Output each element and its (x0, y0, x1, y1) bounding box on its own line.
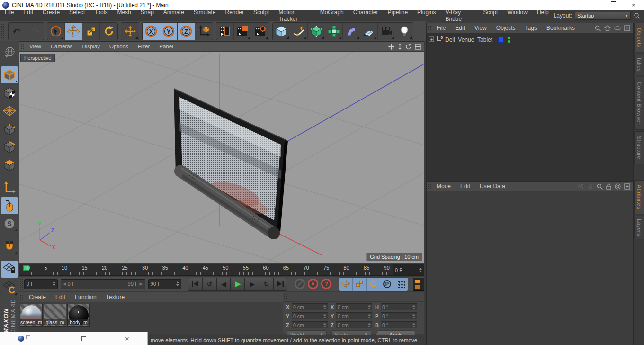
attribute-manager-menu-item[interactable]: User Data (475, 183, 510, 190)
menubar-item[interactable]: Snap (136, 9, 159, 22)
side-tab-takes[interactable]: Takes (634, 54, 644, 75)
next-frame-button[interactable]: ▶ (245, 278, 259, 291)
menubar-item[interactable]: Character (349, 9, 383, 22)
menubar-item[interactable]: Mesh (112, 9, 135, 22)
spinner-arrows-icon[interactable] (323, 305, 326, 309)
rotate-tool-button[interactable] (100, 23, 117, 40)
end-frame-field[interactable]: 90 F (148, 279, 182, 289)
coordinate-grip[interactable] (283, 293, 287, 300)
lock-y-axis-button[interactable]: Y (160, 23, 178, 40)
spinner-arrows-icon[interactable] (368, 305, 371, 309)
key-rotation-button[interactable] (367, 278, 380, 291)
object-name[interactable]: Dell_Venue_Tablet (445, 36, 492, 43)
add-deformer-button[interactable] (343, 23, 360, 40)
spinner-arrows-icon[interactable] (176, 281, 179, 286)
add-environment-button[interactable] (360, 23, 378, 40)
coordinate-field[interactable]: 0 cm (292, 312, 328, 319)
spinner-arrows-icon[interactable] (419, 268, 422, 272)
history-back-icon[interactable] (577, 183, 584, 189)
timeline-ruler[interactable]: 051015202530354045505560657075808590 0 F (19, 264, 424, 276)
edges-mode-button[interactable] (1, 138, 18, 155)
menubar-item[interactable]: MoGraph (315, 9, 349, 22)
null-object-icon[interactable]: 0 (436, 36, 443, 44)
render-view-button[interactable] (216, 23, 234, 40)
coordinate-field[interactable]: 0 ° (381, 312, 417, 319)
rotate-view-icon[interactable] (405, 44, 411, 50)
spinner-arrows-icon[interactable] (368, 314, 371, 318)
add-mograph-cloner-button[interactable] (325, 23, 343, 40)
viewport-menu-item[interactable]: Panel (154, 44, 178, 49)
play-sound-button[interactable] (295, 279, 305, 289)
current-frame-field[interactable]: 0 F (24, 279, 58, 289)
record-keyframe-button[interactable] (308, 279, 318, 289)
menubar-item[interactable]: Select (64, 9, 89, 22)
material-menu-item[interactable]: Create (24, 294, 51, 300)
view-label[interactable]: Perspective (20, 54, 55, 62)
minimized-window-titlebar[interactable]: × (0, 332, 148, 345)
menubar-item[interactable]: Animate (159, 9, 189, 22)
restore-button[interactable] (81, 336, 86, 341)
pan-view-icon[interactable] (388, 44, 394, 50)
coordinate-field[interactable]: 0 cm (292, 303, 328, 310)
lock-x-axis-button[interactable]: X (143, 23, 160, 40)
close-button[interactable]: × (623, 0, 644, 10)
object-manager-menu-item[interactable]: File (432, 25, 450, 31)
move-tool-button[interactable] (65, 23, 82, 40)
object-tree[interactable]: 0 Dell_Venue_Tablet (427, 33, 633, 181)
viewport-grip[interactable] (20, 43, 24, 50)
add-camera-button[interactable] (378, 23, 395, 40)
material-menu-item[interactable]: Function (70, 294, 101, 300)
path-up-icon[interactable] (604, 25, 611, 31)
material-screen[interactable]: screen_m (20, 304, 43, 325)
viewport-solo-button[interactable] (1, 197, 18, 214)
material-body[interactable]: body_m (67, 304, 90, 325)
enable-axis-button[interactable] (1, 179, 18, 196)
model-mode-button[interactable] (1, 66, 18, 83)
key-scale-button[interactable] (353, 278, 367, 291)
spinner-arrows-icon[interactable] (412, 323, 415, 327)
viewport-menu-item[interactable]: View (25, 44, 46, 49)
3d-scene[interactable]: Y Z X (19, 52, 424, 263)
undo-button[interactable] (9, 23, 26, 40)
menubar-item[interactable]: Script (479, 9, 503, 22)
add-panel-icon[interactable] (624, 183, 630, 190)
lock-icon[interactable] (606, 183, 611, 190)
key-parameter-button[interactable]: P (380, 278, 394, 291)
side-tab-layers[interactable]: Layers (634, 216, 644, 239)
redo-button[interactable] (26, 23, 44, 40)
coordinate-field[interactable]: 0 ° (381, 321, 417, 328)
side-tab-objects[interactable]: Objects (634, 23, 644, 52)
object-manager-grip[interactable] (427, 25, 431, 31)
menubar-item[interactable]: Sculpt (249, 9, 274, 22)
restore-button[interactable] (601, 0, 623, 10)
points-mode-button[interactable] (1, 120, 18, 137)
lock-z-axis-button[interactable]: Z (178, 23, 195, 40)
attribute-manager-grip[interactable] (427, 183, 431, 190)
coordinate-field[interactable]: 0 cm (336, 321, 372, 328)
attribute-manager-menu-item[interactable]: Mode (432, 183, 456, 190)
menubar-item[interactable]: Render (221, 9, 249, 22)
search-icon[interactable] (597, 183, 603, 190)
viewport-menu-item[interactable]: Cameras (46, 44, 78, 49)
menubar-item[interactable]: Plugins (412, 9, 440, 22)
attribute-manager-menu-item[interactable]: Edit (456, 183, 475, 190)
menubar-item[interactable]: Pipeline (383, 9, 412, 22)
previous-key-button[interactable]: ↺ (202, 278, 216, 291)
perspective-viewport[interactable]: ViewCamerasDisplayOptionsFilterPanel (19, 41, 424, 263)
toggle-view-icon[interactable] (415, 44, 421, 50)
make-editable-button[interactable] (1, 44, 18, 61)
layer-color-chip[interactable] (498, 37, 504, 43)
close-button[interactable]: × (125, 335, 129, 343)
scale-tool-button[interactable] (82, 23, 100, 40)
timeline-frame-field[interactable]: 0 F (393, 264, 424, 275)
add-cube-button[interactable] (273, 23, 290, 40)
menubar-item[interactable]: Window (502, 9, 532, 22)
spinner-arrows-icon[interactable] (323, 323, 326, 327)
spinner-arrows-icon[interactable] (323, 314, 326, 318)
material-menu-item[interactable]: Texture (101, 294, 129, 300)
coordinate-field[interactable]: 0 cm (336, 303, 372, 310)
object-manager-menu-item[interactable]: Bookmarks (542, 25, 580, 31)
frame-range-slider[interactable]: ◀ 0 F 90 F ▶ (61, 279, 145, 289)
spinner-arrows-icon[interactable] (368, 323, 371, 327)
viewport-menu-item[interactable]: Filter (133, 44, 155, 49)
